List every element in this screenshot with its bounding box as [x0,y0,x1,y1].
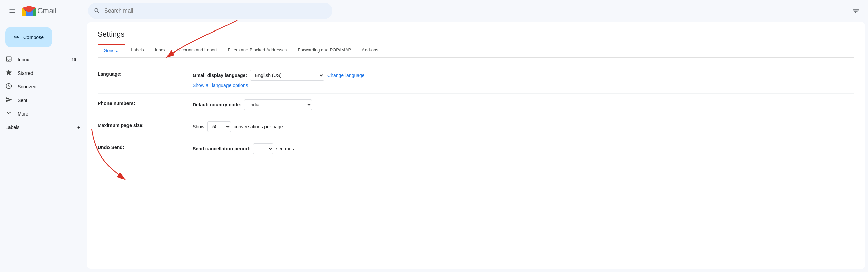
search-bar[interactable] [88,3,332,19]
send-cancel-text: Send cancellation period: [193,146,250,151]
header-right [849,4,863,18]
snoozed-label: Snoozed [18,84,76,89]
main-content: Settings General Labels Inbox Accounts a… [87,22,865,269]
menu-button[interactable] [5,4,19,18]
tab-filters[interactable]: Filters and Blocked Addresses [222,44,293,58]
tab-inbox[interactable]: Inbox [150,44,171,58]
inbox-icon [5,56,12,64]
more-label: More [18,111,76,117]
header-left: Gmail [5,4,80,18]
sidebar-item-snoozed[interactable]: Snoozed [0,80,81,93]
pagesize-select[interactable]: 10 15 20 25 50 100 [207,121,231,132]
settings-title: Settings [98,30,854,39]
sent-label: Sent [18,98,76,103]
settings-tabs: General Labels Inbox Accounts and Import… [98,44,854,58]
show-all-languages-link[interactable]: Show all language options [193,83,854,88]
language-value-row: Gmail display language: English (US) Eng… [193,70,854,81]
sent-icon [5,96,12,105]
inbox-label: Inbox [18,57,66,62]
display-language-label: Gmail display language: [193,72,247,78]
show-text: Show [193,124,204,129]
cancel-period-select[interactable]: 5 10 20 30 [253,143,273,154]
layout: ✏ Compose Inbox 16 Starred Snoozed [0,22,868,272]
tab-forwarding[interactable]: Forwarding and POP/IMAP [292,44,356,58]
gmail-logo: Gmail [22,6,56,16]
sidebar-item-sent[interactable]: Sent [0,93,81,107]
phone-value-row: Default country code: India United State… [193,99,854,110]
search-icon [94,7,100,14]
header: Gmail [0,0,868,22]
language-value: Gmail display language: English (US) Eng… [193,70,854,88]
undo-send-label-boxed: Undo Send: [98,145,124,150]
seconds-text: seconds [276,146,294,151]
undo-send-row: Undo Send: Send cancellation period: 5 1… [98,138,854,160]
change-language-link[interactable]: Change language [327,72,365,78]
more-chevron-icon [5,110,12,118]
filter-icon-button[interactable] [849,4,863,18]
compose-icon: ✏ [14,33,19,41]
tab-addons[interactable]: Add-ons [356,44,383,58]
sidebar-item-starred[interactable]: Starred [0,66,81,80]
tab-accounts[interactable]: Accounts and Import [171,44,222,58]
search-input[interactable] [104,8,327,14]
country-select[interactable]: India United States United Kingdom [244,99,312,110]
labels-section: Labels + [0,121,87,134]
phone-label: Phone numbers: [98,99,193,106]
language-row: Language: Gmail display language: Englis… [98,64,854,94]
sidebar-item-inbox[interactable]: Inbox 16 [0,53,81,66]
language-select[interactable]: English (US) English (UK) Spanish [250,70,324,81]
starred-label: Starred [18,70,76,76]
pagesize-value-row: Show 10 15 20 25 50 100 conversations pe… [193,121,854,132]
phone-row: Phone numbers: Default country code: Ind… [98,94,854,116]
undo-send-value-row: Send cancellation period: 5 10 20 30 sec… [193,143,854,154]
star-icon [5,69,12,78]
inbox-count: 16 [72,57,76,62]
default-country-label: Default country code: [193,102,241,107]
tab-general[interactable]: General [98,44,125,58]
sidebar-item-more[interactable]: More [0,107,81,121]
tab-labels[interactable]: Labels [125,44,149,58]
gmail-logo-text: Gmail [37,6,56,15]
undo-send-value: Send cancellation period: 5 10 20 30 sec… [193,143,854,154]
pagesize-row: Maximum page size: Show 10 15 20 25 50 1… [98,116,854,138]
conversations-text: conversations per page [234,124,283,129]
undo-send-label: Undo Send: [98,143,193,150]
phone-value: Default country code: India United State… [193,99,854,110]
add-label-button[interactable]: + [76,123,81,131]
language-label: Language: [98,70,193,77]
settings-section: Language: Gmail display language: Englis… [98,58,854,166]
sidebar: ✏ Compose Inbox 16 Starred Snoozed [0,22,87,272]
compose-button[interactable]: ✏ Compose [5,27,52,47]
compose-label: Compose [23,35,44,40]
snoozed-icon [5,83,12,91]
pagesize-value: Show 10 15 20 25 50 100 conversations pe… [193,121,854,132]
labels-section-label: Labels [5,125,19,130]
pagesize-label: Maximum page size: [98,121,193,128]
filter-icon [852,7,860,15]
